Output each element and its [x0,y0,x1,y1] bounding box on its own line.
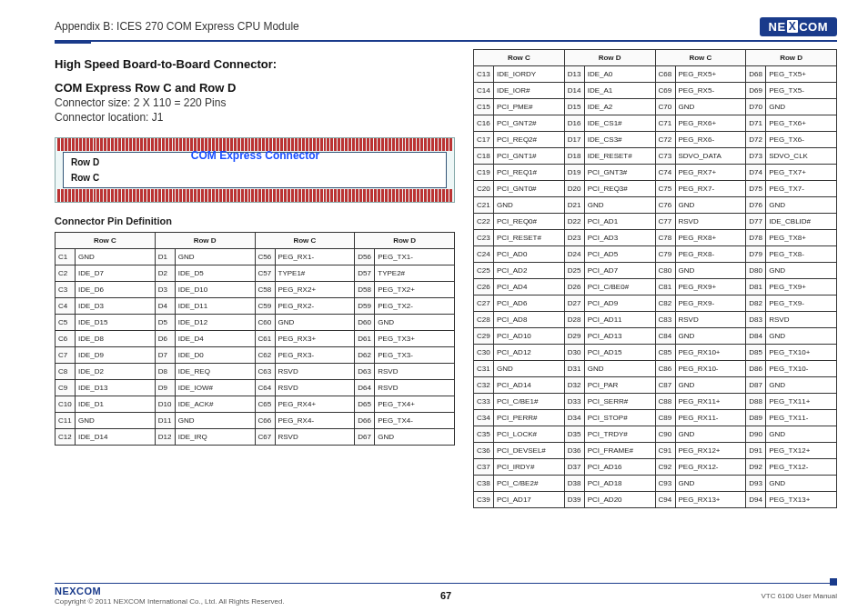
table-row: C22PCI_REQ0#D22PCI_AD1C77RSVDD77IDE_CBLI… [474,214,837,230]
pin-cell: D78 [746,230,766,246]
pin-cell: D73 [746,148,766,165]
signal-cell: PCI_REQ2# [494,132,565,148]
signal-cell: PCI_PERR# [494,410,565,426]
left-column: High Speed Board-to-Board Connector: COM… [55,49,455,508]
signal-cell: PCI_AD13 [584,328,655,345]
signal-cell: PEG_RX6+ [675,115,746,132]
table-row: C6IDE_D8D6IDE_D4C61PEG_RX3+D61PEG_TX3+ [56,331,455,347]
pin-cell: C83 [655,312,675,328]
pin-cell: D39 [564,492,584,508]
pin-cell: C70 [655,99,675,115]
pin-cell: D88 [746,394,766,410]
pin-cell: D71 [746,115,766,132]
th-row-d: Row D [564,50,655,66]
pin-cell: D68 [746,66,766,83]
pin-cell: C94 [655,492,675,508]
signal-cell: PCI_AD20 [584,492,655,508]
pin-cell: C72 [655,132,675,148]
pin-cell: D14 [564,83,584,99]
signal-cell: PCI_GNT1# [494,148,565,165]
pin-cell: D22 [564,214,584,230]
table-row: C12IDE_D14D12IDE_IRQC67RSVDD67GND [56,429,455,446]
signal-cell: IDE_D7 [76,265,156,282]
pin-cell: C12 [56,429,76,446]
signal-cell: GND [375,315,455,331]
signal-cell: PCI_DEVSEL# [494,443,565,459]
signal-cell: PEG_TX8- [766,246,837,263]
signal-cell: GND [675,328,746,345]
table-row: C32PCI_AD14D32PCI_PARC87GNDD87GND [474,377,837,394]
signal-cell: PEG_TX10+ [766,345,837,361]
signal-cell: GND [494,197,565,214]
signal-cell: PCI_AD6 [494,295,565,312]
signal-cell: PCI_AD2 [494,263,565,279]
pin-cell: C76 [655,197,675,214]
signal-cell: GND [76,413,156,429]
signal-cell: IDE_REQ [175,364,255,380]
signal-cell: IDE_D8 [76,331,156,347]
signal-cell: TYPE2# [375,265,455,282]
pin-cell: C87 [655,377,675,394]
signal-cell: PEG_RX2- [275,298,355,315]
pin-cell: D4 [155,298,175,315]
signal-cell: PCI_AD1 [584,214,655,230]
pin-band-bottom [56,189,454,202]
signal-cell: PCI_RESET# [494,230,565,246]
signal-cell: IDE_CBLID# [766,214,837,230]
pin-cell: D19 [564,165,584,181]
table-row: C37PCI_IRDY#D37PCI_AD16C92PEG_RX12-D92PE… [474,459,837,476]
pin-cell: C6 [56,331,76,347]
signal-cell: IDE_D6 [76,282,156,298]
table-row: C18PCI_GNT1#D18IDE_RESET#C73SDVO_DATAD73… [474,148,837,165]
pin-cell: C80 [655,263,675,279]
signal-cell: PEG_TX5+ [766,66,837,83]
signal-cell: RSVD [375,364,455,380]
signal-cell: RSVD [675,214,746,230]
table-row: C10IDE_D1D10IDE_ACK#C65PEG_RX4+D65PEG_TX… [56,396,455,413]
pin-cell: D63 [355,364,375,380]
table-row: C7IDE_D9D7IDE_D0C62PEG_RX3-D62PEG_TX3- [56,347,455,364]
signal-cell: IDE_CS1# [584,115,655,132]
th-row-c: Row C [655,50,746,66]
pin-cell: C13 [474,66,494,83]
pin-cell: C20 [474,181,494,197]
signal-cell: IDE_A0 [584,66,655,83]
pin-cell: C82 [655,295,675,312]
pin-cell: D79 [746,246,766,263]
pin-cell: C64 [255,380,275,396]
signal-cell: GND [675,197,746,214]
pin-cell: C91 [655,443,675,459]
section-header: Appendix B: ICES 270 COM Express CPU Mod… [55,20,299,33]
footer-copyright: Copyright © 2011 NEXCOM International Co… [55,597,285,606]
pin-cell: C39 [474,492,494,508]
signal-cell: PEG_TX6- [766,132,837,148]
table-header-row: Row C Row D Row C Row D [474,50,837,66]
pin-cell: C29 [474,328,494,345]
signal-cell: PCI_AD4 [494,279,565,295]
signal-cell: GND [766,328,837,345]
signal-cell: PCI_C/BE0# [584,279,655,295]
signal-cell: IDE_D3 [76,298,156,315]
signal-cell: PCI_SERR# [584,394,655,410]
pin-cell: C66 [255,413,275,429]
pin-cell: D20 [564,181,584,197]
signal-cell: PEG_RX3+ [275,331,355,347]
pin-cell: C19 [474,165,494,181]
pin-cell: C79 [655,246,675,263]
pin-cell: C78 [655,230,675,246]
pin-cell: C74 [655,165,675,181]
table-row: C35PCI_LOCK#D35PCI_TRDY#C90GNDD90GND [474,426,837,443]
pin-cell: D16 [564,115,584,132]
pin-cell: C38 [474,476,494,492]
pin-cell: D93 [746,476,766,492]
pin-cell: D9 [155,380,175,396]
signal-cell: PCI_AD16 [584,459,655,476]
table-row: C1GNDD1GNDC56PEG_RX1-D56PEG_TX1- [56,249,455,265]
signal-cell: PEG_TX2- [375,298,455,315]
pin-cell: D31 [564,361,584,377]
pin-cell: C22 [474,214,494,230]
pin-cell: D12 [155,429,175,446]
pin-cell: C33 [474,394,494,410]
signal-cell: RSVD [675,312,746,328]
signal-cell: IDE_IRQ [175,429,255,446]
